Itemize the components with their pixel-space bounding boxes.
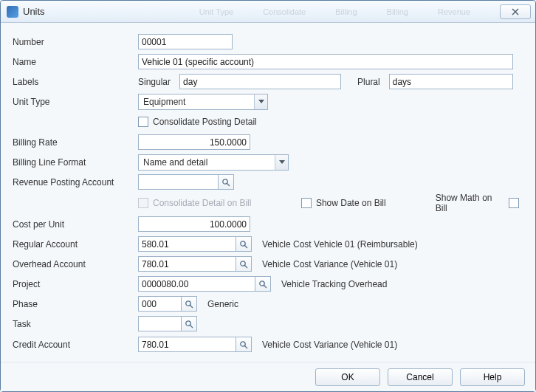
svg-line-3 <box>245 245 248 248</box>
consolidate-posting-label: Consolidate Posting Detail <box>153 117 257 127</box>
window-title: Units <box>23 6 199 17</box>
task-lookup-button[interactable] <box>181 316 197 331</box>
search-icon <box>185 320 193 329</box>
revenue-posting-label: Revenue Posting Account <box>13 177 138 188</box>
cost-per-unit-input[interactable] <box>138 216 250 232</box>
close-button[interactable] <box>500 4 531 19</box>
phase-desc: Generic <box>207 299 238 309</box>
labels-label: Labels <box>13 77 138 87</box>
revenue-posting-lookup-button[interactable] <box>218 174 234 190</box>
project-input[interactable] <box>138 276 255 292</box>
plural-input[interactable] <box>389 74 513 89</box>
task-input[interactable] <box>138 316 181 331</box>
overhead-account-lookup-button[interactable] <box>236 256 252 272</box>
project-lookup-button[interactable] <box>255 276 271 292</box>
number-label: Number <box>13 37 138 47</box>
svg-point-8 <box>186 300 190 305</box>
billing-line-format-select[interactable]: Name and detail <box>138 154 289 171</box>
credit-account-label: Credit Account <box>13 340 138 350</box>
name-input[interactable] <box>138 54 513 69</box>
svg-point-0 <box>223 179 227 183</box>
phase-label: Phase <box>13 299 138 309</box>
show-date-on-bill-label: Show Date on Bill <box>316 198 386 208</box>
ok-button[interactable]: OK <box>315 368 380 386</box>
search-icon <box>239 240 248 249</box>
consolidate-posting-checkbox[interactable] <box>138 117 148 127</box>
project-label: Project <box>13 279 138 289</box>
svg-line-13 <box>245 345 248 348</box>
overhead-account-input[interactable] <box>138 256 236 272</box>
svg-line-9 <box>190 305 193 308</box>
show-math-on-bill-checkbox[interactable] <box>509 198 519 208</box>
consolidate-detail-on-bill-checkbox <box>138 198 148 208</box>
regular-account-input[interactable] <box>138 236 236 252</box>
titlebar: Units Unit Type Consolidate Billing Bill… <box>1 1 535 23</box>
close-icon <box>511 8 520 16</box>
dialog-footer: OK Cancel Help <box>1 362 535 391</box>
plural-label: Plural <box>357 77 380 87</box>
revenue-posting-input[interactable] <box>138 174 218 190</box>
search-icon <box>185 300 193 309</box>
background-tabs: Unit Type Consolidate Billing Billing Re… <box>199 7 470 16</box>
cancel-button[interactable]: Cancel <box>388 368 453 386</box>
svg-point-4 <box>241 261 245 265</box>
unit-type-label: Unit Type <box>13 97 138 107</box>
regular-account-label: Regular Account <box>13 239 138 250</box>
show-math-on-bill-label: Show Math on Bill <box>436 193 505 213</box>
svg-point-2 <box>241 241 245 245</box>
search-icon <box>239 260 248 269</box>
singular-input[interactable] <box>179 74 341 89</box>
help-button[interactable]: Help <box>460 368 525 386</box>
svg-point-6 <box>260 281 264 285</box>
revenue-posting-lookup <box>138 174 234 190</box>
project-desc: Vehicle Tracking Overhead <box>281 279 387 289</box>
search-icon <box>221 178 230 187</box>
credit-account-input[interactable] <box>138 337 236 352</box>
phase-lookup-button[interactable] <box>181 296 197 312</box>
overhead-account-label: Overhead Account <box>13 259 138 269</box>
svg-line-5 <box>245 265 248 268</box>
billing-rate-input[interactable] <box>138 134 250 150</box>
regular-account-desc: Vehicle Cost Vehicle 01 (Reimbursable) <box>262 239 418 250</box>
units-dialog: Units Unit Type Consolidate Billing Bill… <box>0 0 536 392</box>
search-icon <box>258 280 267 289</box>
svg-point-10 <box>186 320 190 325</box>
show-date-on-bill-checkbox[interactable] <box>301 198 312 208</box>
regular-account-lookup-button[interactable] <box>236 236 252 252</box>
svg-line-11 <box>190 325 193 328</box>
billing-rate-label: Billing Rate <box>13 137 138 148</box>
credit-account-lookup-button[interactable] <box>236 337 252 352</box>
cost-per-unit-label: Cost per Unit <box>13 219 138 230</box>
unit-type-select[interactable]: Equipment <box>138 94 268 110</box>
search-icon <box>239 340 248 349</box>
singular-label: Singular <box>138 77 171 87</box>
number-input[interactable] <box>138 34 233 49</box>
svg-line-7 <box>264 285 267 288</box>
svg-line-1 <box>227 183 230 186</box>
chevron-down-icon <box>275 155 288 170</box>
name-label: Name <box>13 57 138 67</box>
overhead-account-desc: Vehicle Cost Variance (Vehicle 01) <box>262 259 397 269</box>
consolidate-detail-on-bill-label: Consolidate Detail on Bill <box>153 198 251 208</box>
credit-account-desc: Vehicle Cost Variance (Vehicle 01) <box>262 340 397 350</box>
billing-line-format-label: Billing Line Format <box>13 157 138 168</box>
svg-point-12 <box>241 341 245 345</box>
chevron-down-icon <box>254 94 267 109</box>
phase-input[interactable] <box>138 296 181 312</box>
app-icon <box>7 6 18 18</box>
task-label: Task <box>13 319 138 329</box>
client-area: Number Name Labels Singular Plural Unit <box>1 23 535 362</box>
